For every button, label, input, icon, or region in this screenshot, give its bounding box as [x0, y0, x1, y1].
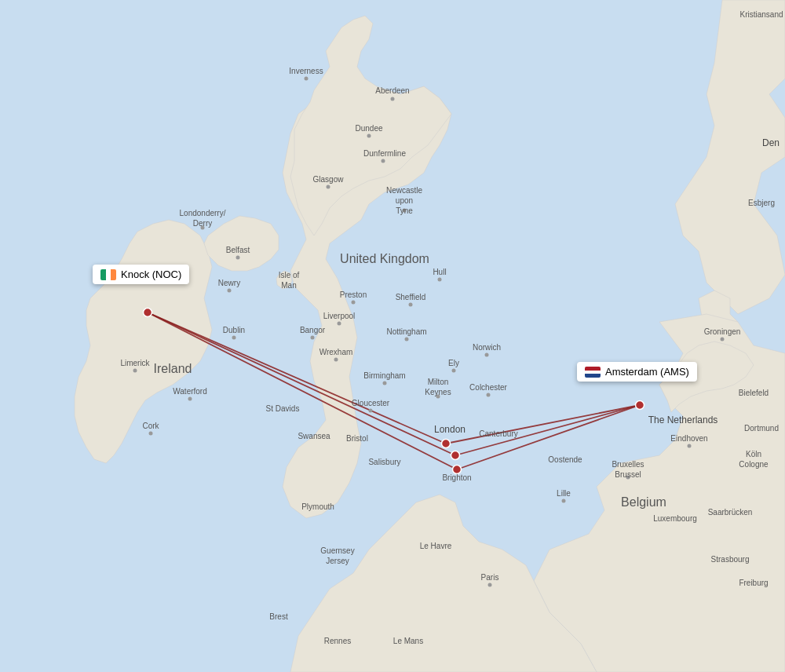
svg-point-38 — [144, 309, 152, 317]
svg-point-37 — [488, 583, 492, 587]
svg-point-33 — [721, 338, 725, 341]
svg-point-17 — [438, 278, 442, 282]
map-container: United Kingdom Ireland Belgium The Nethe… — [0, 0, 785, 672]
svg-point-23 — [383, 382, 387, 385]
svg-point-42 — [636, 401, 644, 410]
svg-point-12 — [403, 209, 407, 213]
svg-point-22 — [405, 338, 409, 341]
svg-point-39 — [442, 440, 451, 448]
svg-point-10 — [382, 159, 385, 163]
svg-point-30 — [133, 369, 137, 373]
svg-point-27 — [369, 409, 373, 413]
svg-point-40 — [451, 451, 460, 460]
svg-point-7 — [305, 77, 309, 81]
svg-point-24 — [452, 369, 456, 373]
svg-point-34 — [688, 444, 692, 448]
svg-point-36 — [562, 499, 566, 503]
svg-point-11 — [327, 185, 330, 189]
svg-point-9 — [367, 134, 371, 138]
svg-point-16 — [352, 301, 356, 305]
svg-point-25 — [485, 353, 489, 357]
svg-point-28 — [487, 393, 491, 397]
svg-point-14 — [201, 226, 205, 230]
svg-point-20 — [311, 336, 315, 340]
svg-point-32 — [149, 432, 153, 436]
svg-point-29 — [232, 336, 236, 340]
svg-point-21 — [334, 358, 338, 362]
svg-point-26 — [436, 395, 440, 399]
svg-point-31 — [188, 397, 192, 401]
map-svg — [0, 0, 785, 672]
svg-point-13 — [236, 256, 240, 260]
svg-point-19 — [409, 303, 413, 307]
svg-point-8 — [391, 97, 395, 101]
svg-point-41 — [453, 466, 462, 474]
svg-point-18 — [338, 322, 341, 326]
svg-point-15 — [228, 289, 232, 293]
svg-point-35 — [626, 476, 630, 480]
